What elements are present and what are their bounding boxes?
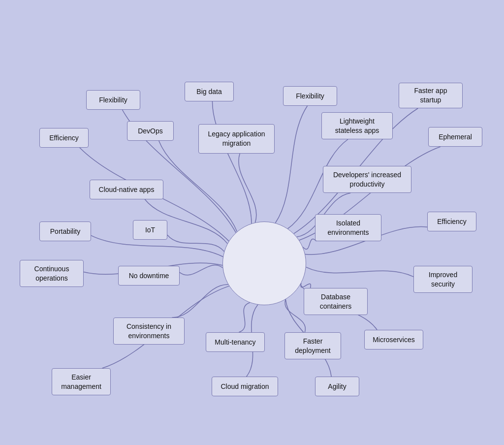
node-cloud_native: Cloud-native apps	[90, 180, 163, 199]
node-cloud_migration: Cloud migration	[212, 377, 278, 396]
node-no_downtime: No downtime	[118, 266, 180, 286]
node-dev_productivity: Developers' increased productivity	[323, 166, 411, 193]
center-node	[222, 222, 306, 305]
node-efficiency_right: Efficiency	[427, 212, 476, 231]
page-background: FlexibilityBig dataFlexibilityFaster app…	[0, 0, 504, 445]
node-improved_security: Improved security	[413, 266, 472, 293]
node-continuous: Continuous operations	[20, 260, 84, 287]
node-db_containers: Database containers	[304, 288, 368, 315]
node-flexibility_left: Flexibility	[86, 90, 140, 110]
node-portability: Portability	[39, 222, 91, 241]
node-efficiency_left: Efficiency	[39, 128, 89, 148]
node-consistency: Consistency in environments	[113, 318, 185, 345]
page-title	[0, 0, 504, 14]
node-devops: DevOps	[127, 121, 174, 141]
node-agility: Agility	[315, 377, 359, 396]
node-multitenancy: Multi-tenancy	[206, 332, 265, 352]
node-lightweight: Lightweight stateless apps	[321, 112, 393, 139]
node-iot: IoT	[133, 220, 167, 240]
node-legacy: Legacy application migration	[198, 124, 275, 154]
node-easier_mgmt: Easier management	[52, 368, 111, 395]
node-bigdata: Big data	[185, 82, 234, 101]
node-flexibility_right: Flexibility	[283, 86, 337, 106]
node-faster_deploy: Faster deployment	[284, 332, 341, 359]
node-isolated: Isolated environments	[315, 214, 381, 241]
node-faster_startup: Faster app startup	[399, 83, 463, 108]
node-microservices: Microservices	[364, 330, 423, 350]
node-ephemeral: Ephemeral	[428, 127, 482, 147]
